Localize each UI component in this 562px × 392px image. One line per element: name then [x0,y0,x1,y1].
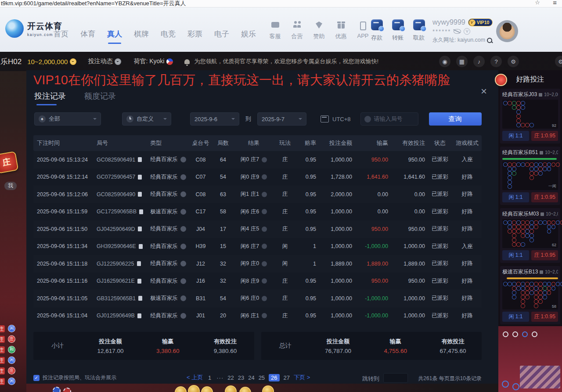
page-27[interactable]: 27 [284,374,290,381]
player-bet-button[interactable]: 闲 1:1 [502,192,529,202]
info-icon[interactable] [262,313,267,318]
info-icon[interactable] [262,192,267,197]
copy-icon[interactable] [138,227,142,231]
deposit-button[interactable]: 存款 [370,19,384,42]
chevron-down-icon [299,118,302,122]
table-row: 2025-09-06 15:11:18GJ1225906225经典百家乐J123… [33,255,482,273]
game-type-icon [180,209,186,215]
avatar[interactable] [496,20,518,42]
copy-icon[interactable] [137,261,141,266]
copy-icon[interactable] [139,244,143,249]
info-icon[interactable] [262,227,267,232]
game-type-select[interactable]: ♠ 全部 [34,112,101,126]
cell-game-mode: 好路 [453,225,481,233]
nav-item-电竞[interactable]: 电竞 [161,29,176,39]
dealer-name: 荷官: Kyoki [133,58,164,65]
url-bar[interactable]: t9km.vip:6001/game/detail/realbet?enName… [1,0,186,7]
cell-table-no: B31 [189,295,213,302]
banker-bet-button[interactable]: 庄 1:0.95 [531,312,558,322]
withdraw-button[interactable]: 取款 [412,19,426,42]
nav-item-电子[interactable]: 电子 [214,29,229,39]
nav-item-棋牌[interactable]: 棋牌 [134,29,149,39]
cell-play: 庄 [274,312,296,320]
road-card[interactable]: 经典百家乐B5110~2,000,000一闲闲 1:1庄 1:0.95 [500,147,560,205]
merge-checkbox[interactable]: ✓ 投注记录按照局、玩法合并展示 [33,374,116,381]
info-icon[interactable] [262,174,267,180]
speaker-icon[interactable]: ♪ [473,56,485,67]
player-bet-button[interactable]: 闲 1:1 [502,250,529,260]
jump-input[interactable] [383,373,408,383]
page-25[interactable]: 25 [259,374,265,381]
copy-icon[interactable] [137,279,141,284]
settings-icon[interactable]: ⚙ [508,56,519,67]
road-card[interactable]: 经典百家乐M0310~2,000,00062闲 1:1庄 1:0.95 [500,208,560,263]
next-page-button[interactable]: 下页 > [294,374,310,381]
table-row: 2025-09-06 15:11:04GJ012590649B经典百家乐J012… [33,307,482,325]
tab-quota-records[interactable]: 额度记录 [84,91,116,101]
game-type-icon [180,191,186,197]
info-icon[interactable] [262,244,267,249]
gift-button[interactable]: 优惠 [332,21,350,40]
copy-icon[interactable] [138,175,142,180]
road-card[interactable]: 极速百家乐B1310~2,000,00058闲 1:1庄 1:0.95 [500,266,560,324]
eye-icon[interactable] [454,29,461,34]
display-icon[interactable]: ▦ [456,56,468,67]
info-icon[interactable] [262,209,267,214]
nav-item-真人[interactable]: 真人 [107,29,122,39]
nav-item-首页[interactable]: 首页 [54,29,68,39]
sponsor-button[interactable]: 赞助 [310,21,328,40]
prev-page-button[interactable]: < 上页 [187,374,203,381]
transfer-button[interactable]: 转账 [391,19,405,42]
info-icon[interactable] [262,261,267,266]
copy-icon[interactable] [137,313,141,318]
total-win: 4,755.60 [367,348,424,354]
video-icon[interactable]: ◉ [439,56,450,67]
page-1[interactable]: 1 [207,374,213,381]
close-icon[interactable]: × [481,86,487,97]
copy-icon[interactable] [138,296,142,301]
info-icon[interactable] [262,296,267,301]
road-card[interactable]: 经典百家乐J0310~2,000,00092闲 1:1庄 1:0.95 [500,89,560,144]
browser-menu-icon[interactable]: ≡ [553,0,557,6]
info-icon[interactable] [262,157,267,162]
banker-bet-button[interactable]: 庄 1:0.95 [531,250,558,260]
cell-round-id: GJ162590621E [95,278,148,284]
date-from-select[interactable]: 2025-9-6 [190,112,239,126]
magnifier-icon[interactable] [487,38,492,43]
nav-item-娱乐[interactable]: 娱乐 [241,29,256,39]
verify-icon[interactable]: V [464,28,470,35]
more-settings-icon[interactable]: ⚙ [555,56,562,67]
query-button[interactable]: 查询 [429,112,482,126]
tab-bet-records[interactable]: 投注记录 [34,91,66,101]
page-26[interactable]: 26 [269,374,279,381]
checkbox-checked-icon[interactable]: ✓ [33,375,40,381]
player-bet-button[interactable]: 闲 1:1 [502,312,529,322]
time-mode-select[interactable]: 自定义 [122,112,171,126]
date-to-select[interactable]: 2025-9-7 [257,112,306,126]
page-24[interactable]: 24 [248,374,254,381]
help-icon[interactable]: ? [490,56,502,67]
round-number-input[interactable]: 请输入局号 [360,112,418,126]
copy-icon[interactable] [139,209,143,214]
partners-button[interactable]: 合营 [288,21,306,40]
player-bet-button[interactable]: 闲 1:1 [502,131,529,141]
banker-bet-button[interactable]: 庄 1:0.95 [531,131,558,141]
nav-item-体育[interactable]: 体育 [80,29,95,39]
phone-button[interactable]: APP [354,21,372,40]
bet-feed-label[interactable]: 投注动态 [88,58,112,65]
banker-square-badge: 庄 [0,367,5,374]
feed-dropdown-icon[interactable] [115,58,121,65]
page-22[interactable]: 22 [227,374,234,381]
info-icon[interactable] [262,278,267,284]
cell-winloss: -1,000.00 [354,295,390,302]
chat-button[interactable]: 客服 [266,21,284,40]
copy-icon[interactable] [138,157,142,162]
nav-item-彩票[interactable]: 彩票 [187,29,202,39]
col-header: 下注时间 [33,139,95,147]
limit-dropdown-icon[interactable] [70,58,76,65]
bookmark-star-icon[interactable]: ☆ [535,0,540,6]
page-23[interactable]: 23 [238,374,244,381]
bell-icon [184,59,190,64]
copy-icon[interactable] [138,192,142,197]
banker-bet-button[interactable]: 庄 1:0.95 [531,192,558,202]
